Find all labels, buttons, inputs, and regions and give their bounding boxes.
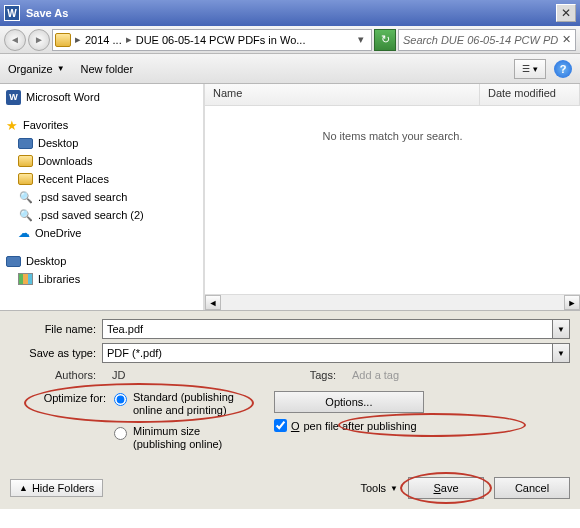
options-button[interactable]: Options... — [274, 391, 424, 413]
tree-item-label: Downloads — [38, 155, 92, 167]
savetype-label: Save as type: — [10, 347, 102, 359]
tree-item-label: .psd saved search (2) — [38, 209, 144, 221]
tree-item[interactable]: Libraries — [0, 270, 203, 288]
radio-standard-line1: Standard (publishing — [133, 391, 234, 403]
save-label: ave — [441, 482, 459, 494]
tree-item[interactable]: Desktop — [0, 252, 203, 270]
tree-item[interactable]: 🔍.psd saved search — [0, 188, 203, 206]
chevron-right-icon: ▸ — [126, 33, 132, 46]
toolbar: Organize ▼ New folder ☰ ▾ ? — [0, 54, 580, 84]
open-after-input[interactable] — [274, 419, 287, 432]
radio-minimum-input[interactable] — [114, 427, 127, 440]
folder-icon — [18, 155, 33, 167]
open-after-checkbox[interactable]: Open file after publishing — [274, 419, 417, 432]
breadcrumb-dropdown[interactable]: ▾ — [353, 33, 369, 46]
radio-standard-line2: online and printing) — [133, 404, 227, 416]
desktop-icon — [18, 138, 33, 149]
authors-value[interactable]: JD — [112, 369, 292, 381]
refresh-button[interactable]: ↻ — [374, 29, 396, 51]
search-box[interactable]: ✕ — [398, 29, 576, 51]
chevron-up-icon: ▲ — [19, 483, 28, 493]
filename-input[interactable] — [102, 319, 553, 339]
tree-item-label: OneDrive — [35, 227, 81, 239]
tree-item[interactable]: Recent Places — [0, 170, 203, 188]
authors-label: Authors: — [10, 369, 102, 381]
search-input[interactable] — [403, 34, 558, 46]
savetype-dropdown[interactable]: ▼ — [553, 343, 570, 363]
tree-item-label: Desktop — [26, 255, 66, 267]
form-area: File name: ▼ Save as type: PDF (*.pdf) ▼… — [0, 310, 580, 471]
tools-menu[interactable]: Tools ▼ — [360, 482, 398, 494]
footer: ▲ Hide Folders Tools ▼ Save Cancel — [0, 471, 580, 509]
radio-minimum-line2: (publishing online) — [133, 438, 222, 450]
tree-item[interactable]: ★Favorites — [0, 116, 203, 134]
breadcrumb[interactable]: ▸ 2014 ... ▸ DUE 06-05-14 PCW PDFs in Wo… — [52, 29, 372, 51]
search-icon: 🔍 — [18, 190, 33, 205]
filename-label: File name: — [10, 323, 102, 335]
column-header-date[interactable]: Date modified — [480, 84, 580, 105]
star-icon: ★ — [6, 118, 18, 133]
optimize-label: Optimize for: — [34, 391, 106, 451]
file-list: Name Date modified No items match your s… — [204, 84, 580, 310]
file-list-header: Name Date modified — [205, 84, 580, 106]
savetype-select[interactable]: PDF (*.pdf) — [102, 343, 553, 363]
tree-item[interactable]: ☁OneDrive — [0, 224, 203, 242]
tree-item[interactable]: Downloads — [0, 152, 203, 170]
column-header-name[interactable]: Name — [205, 84, 480, 105]
close-button[interactable]: ✕ — [556, 4, 576, 22]
tree-item-label: .psd saved search — [38, 191, 127, 203]
tools-label: Tools — [360, 482, 386, 494]
word-app-icon: W — [4, 5, 20, 21]
tree-item-label: Libraries — [38, 273, 80, 285]
word-icon: W — [6, 90, 21, 105]
folder-icon — [18, 173, 33, 185]
chevron-down-icon: ▼ — [57, 64, 65, 73]
hide-folders-button[interactable]: ▲ Hide Folders — [10, 479, 103, 497]
tree-item[interactable]: Desktop — [0, 134, 203, 152]
cloud-icon: ☁ — [18, 226, 30, 240]
empty-message: No items match your search. — [323, 130, 463, 142]
tree-item-label: Favorites — [23, 119, 68, 131]
chevron-down-icon: ▼ — [390, 484, 398, 493]
radio-minimum-line1: Minimum size — [133, 425, 200, 437]
new-folder-button[interactable]: New folder — [81, 63, 134, 75]
tree-item-label: Desktop — [38, 137, 78, 149]
organize-menu[interactable]: Organize ▼ — [8, 63, 65, 75]
body-area: WMicrosoft Word★FavoritesDesktopDownload… — [0, 84, 580, 310]
navigation-tree[interactable]: WMicrosoft Word★FavoritesDesktopDownload… — [0, 84, 204, 310]
tree-item[interactable]: WMicrosoft Word — [0, 88, 203, 106]
desktop-icon — [6, 256, 21, 267]
radio-standard-input[interactable] — [114, 393, 127, 406]
close-search-icon[interactable]: ✕ — [562, 33, 571, 46]
file-list-body: No items match your search. — [205, 106, 580, 294]
back-button[interactable]: ◄ — [4, 29, 26, 51]
breadcrumb-segment[interactable]: DUE 06-05-14 PCW PDFs in Wo... — [136, 34, 306, 46]
breadcrumb-segment[interactable]: 2014 ... — [85, 34, 122, 46]
tree-item[interactable]: 🔍.psd saved search (2) — [0, 206, 203, 224]
tree-item-label: Recent Places — [38, 173, 109, 185]
help-button[interactable]: ? — [554, 60, 572, 78]
window-title: Save As — [26, 7, 556, 19]
libraries-icon — [18, 273, 33, 285]
radio-standard[interactable]: Standard (publishing online and printing… — [114, 391, 234, 417]
scroll-right-arrow[interactable]: ► — [564, 295, 580, 310]
save-button[interactable]: Save — [408, 477, 484, 499]
folder-icon — [55, 33, 71, 47]
organize-label: Organize — [8, 63, 53, 75]
view-options-button[interactable]: ☰ ▾ — [514, 59, 546, 79]
filename-dropdown[interactable]: ▼ — [553, 319, 570, 339]
radio-minimum[interactable]: Minimum size (publishing online) — [114, 425, 234, 451]
tags-input[interactable]: Add a tag — [352, 369, 399, 381]
forward-button[interactable]: ► — [28, 29, 50, 51]
tree-item-label: Microsoft Word — [26, 91, 100, 103]
title-bar: W Save As ✕ — [0, 0, 580, 26]
horizontal-scrollbar[interactable]: ◄ ► — [205, 294, 580, 310]
chevron-right-icon: ▸ — [75, 33, 81, 46]
open-after-label-u: O — [291, 420, 300, 432]
navigation-bar: ◄ ► ▸ 2014 ... ▸ DUE 06-05-14 PCW PDFs i… — [0, 26, 580, 54]
tags-label: Tags: — [302, 369, 342, 381]
hide-folders-label: Hide Folders — [32, 482, 94, 494]
scroll-left-arrow[interactable]: ◄ — [205, 295, 221, 310]
search-icon: 🔍 — [18, 208, 33, 223]
cancel-button[interactable]: Cancel — [494, 477, 570, 499]
